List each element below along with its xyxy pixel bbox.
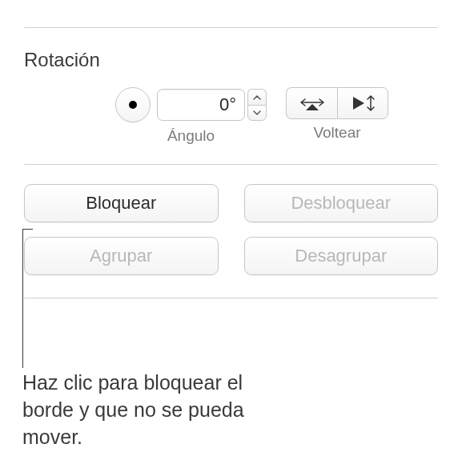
angle-stepper xyxy=(247,89,267,121)
flip-horizontal-button[interactable] xyxy=(286,87,337,119)
group-button[interactable]: Agrupar xyxy=(24,237,219,275)
divider-top xyxy=(24,27,438,28)
angle-input[interactable] xyxy=(157,89,245,121)
flip-buttons xyxy=(286,87,388,119)
flip-vertical-button[interactable] xyxy=(337,87,388,119)
angle-input-wrap xyxy=(157,89,267,121)
chevron-up-icon xyxy=(253,95,261,100)
rotation-controls: Ángulo xyxy=(24,87,438,145)
flip-group: Voltear xyxy=(286,87,388,142)
ungroup-button[interactable]: Desagrupar xyxy=(244,237,439,275)
lock-button[interactable]: Bloquear xyxy=(24,184,219,222)
chevron-down-icon xyxy=(253,110,261,115)
flip-horizontal-icon xyxy=(298,94,327,112)
angle-step-down[interactable] xyxy=(247,105,267,121)
angle-controls xyxy=(115,87,267,122)
flip-label: Voltear xyxy=(313,124,360,142)
flip-vertical-icon xyxy=(348,94,377,113)
arrange-panel: Rotación Ángulo xyxy=(0,0,462,298)
angle-step-up[interactable] xyxy=(247,89,267,105)
angle-label: Ángulo xyxy=(167,127,215,145)
callout-leader-line xyxy=(22,229,23,368)
angle-group: Ángulo xyxy=(115,87,267,145)
rotation-heading: Rotación xyxy=(24,49,438,71)
rotation-dial[interactable] xyxy=(115,87,151,122)
annotation-text: Haz clic para bloquear el borde y que no… xyxy=(22,370,279,450)
divider-bottom xyxy=(24,298,438,298)
lock-group-buttons: Bloquear Desbloquear Agrupar Desagrupar xyxy=(24,184,438,275)
unlock-button[interactable]: Desbloquear xyxy=(244,184,439,222)
divider-mid xyxy=(24,164,438,165)
